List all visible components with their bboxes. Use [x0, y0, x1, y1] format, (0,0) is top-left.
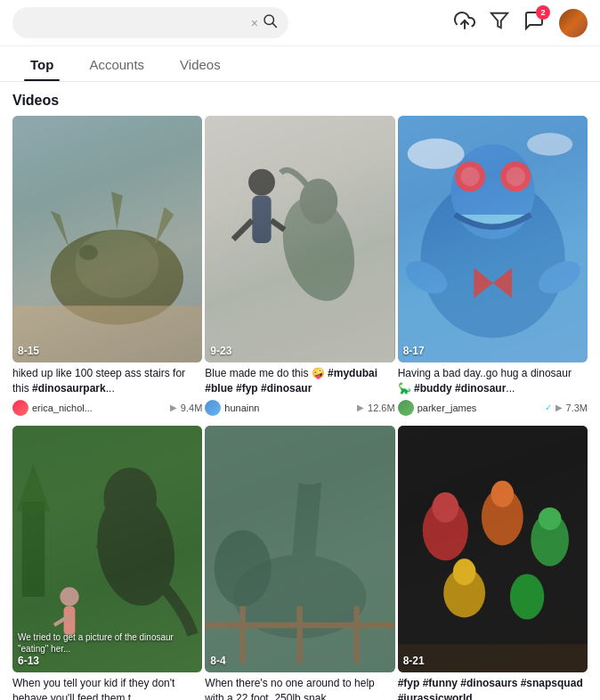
video-views-3: 7.3M: [566, 403, 588, 413]
svg-point-31: [527, 133, 572, 156]
video-thumb-2: 9-23: [205, 116, 394, 362]
video-thumb-1: 8-15: [12, 116, 202, 362]
upload-icon[interactable]: [454, 10, 475, 37]
video-info-2: Blue made me do this 🤪 #mydubai #blue #f…: [205, 362, 394, 423]
video-thumbnail-3: [398, 116, 588, 362]
video-thumb-5: 8-4: [205, 426, 394, 672]
svg-point-56: [539, 508, 562, 531]
video-duration-1: 8-15: [18, 345, 39, 357]
video-avatar-1: [12, 400, 28, 416]
svg-point-23: [460, 167, 479, 186]
clear-icon[interactable]: ×: [251, 16, 258, 30]
svg-marker-3: [491, 12, 507, 28]
svg-point-52: [432, 492, 458, 523]
video-item-3[interactable]: 8-17 Having a bad day..go hug a dinosaur…: [398, 116, 588, 423]
video-thumbnail-5: [205, 426, 394, 672]
video-meta-1: erica_nichol... ▶ 9.4M: [12, 400, 202, 416]
video-caption-3: Having a bad day..go hug a dinosaur 🦕 #b…: [398, 366, 588, 396]
tab-videos[interactable]: Videos: [162, 46, 239, 81]
messages-icon[interactable]: 2: [523, 10, 545, 37]
video-duration-3: 8-17: [403, 345, 425, 357]
search-bar[interactable]: #dinosaur ×: [12, 7, 288, 38]
video-thumb-3: 8-17: [398, 116, 588, 362]
svg-point-30: [407, 139, 464, 169]
video-avatar-2: [205, 400, 221, 416]
svg-point-6: [75, 230, 158, 298]
avatar[interactable]: [559, 9, 588, 37]
video-duration-2: 9-23: [210, 345, 231, 357]
video-thumbnail-6: [398, 426, 588, 672]
video-username-1: erica_nichol...: [32, 403, 166, 413]
play-icon-2: ▶: [357, 403, 364, 412]
video-views-2: 12.6M: [368, 403, 395, 413]
svg-point-34: [103, 468, 157, 528]
play-icon-1: ▶: [170, 403, 177, 412]
svg-point-44: [287, 451, 332, 484]
svg-point-59: [510, 574, 544, 619]
svg-point-10: [79, 245, 98, 260]
tab-top[interactable]: Top: [12, 46, 71, 81]
video-duration-4: 6-13: [18, 655, 39, 667]
video-item-4[interactable]: We tried to get a picture of the dinosau…: [12, 426, 202, 700]
svg-line-1: [272, 23, 276, 27]
video-caption-2: Blue made me do this 🤪 #mydubai #blue #f…: [205, 366, 394, 396]
videos-grid: 8-15 hiked up like 100 steep ass stairs …: [0, 116, 600, 700]
video-meta-2: hunainn ▶ 12.6M: [205, 400, 394, 416]
video-info-5: When there's no one around to help with …: [205, 672, 394, 700]
svg-point-49: [215, 530, 272, 606]
svg-point-54: [491, 481, 514, 508]
search-input[interactable]: #dinosaur: [23, 15, 251, 30]
video-caption-overlay-4: We tried to get a picture of the dinosau…: [18, 631, 197, 655]
play-icon-3: ▶: [555, 403, 563, 412]
svg-point-15: [248, 169, 275, 196]
section-title: Videos: [0, 82, 600, 116]
video-item-1[interactable]: 8-15 hiked up like 100 steep ass stairs …: [12, 116, 202, 423]
svg-rect-60: [398, 644, 588, 672]
video-thumbnail-1: [12, 116, 202, 362]
search-icon[interactable]: [262, 12, 278, 33]
video-item-2[interactable]: 9-23 Blue made me do this 🤪 #mydubai #bl…: [205, 116, 394, 423]
video-duration-6: 8-21: [403, 655, 425, 667]
svg-point-58: [453, 558, 476, 585]
svg-rect-11: [12, 305, 202, 362]
video-duration-5: 8-4: [210, 655, 225, 667]
video-info-3: Having a bad day..go hug a dinosaur 🦕 #b…: [398, 362, 588, 423]
svg-rect-36: [22, 501, 45, 597]
video-info-1: hiked up like 100 steep ass stairs for t…: [12, 362, 202, 423]
video-item-5[interactable]: 8-4 When there's no one around to help w…: [205, 426, 394, 700]
tabs: Top Accounts Videos: [0, 46, 600, 82]
video-caption-5: When there's no one around to help with …: [205, 676, 394, 700]
video-caption-4: When you tell your kid if they don't beh…: [12, 676, 202, 700]
video-username-3: parker_james: [418, 403, 541, 413]
filter-icon[interactable]: [490, 11, 509, 36]
header: #dinosaur × 2: [0, 0, 600, 46]
video-meta-3: parker_james ✓ ▶ 7.3M: [398, 400, 588, 416]
svg-rect-16: [253, 196, 272, 243]
video-info-6: #fyp #funny #dinosaurs #snapsquad #juras…: [398, 672, 588, 700]
svg-point-25: [506, 167, 524, 186]
video-caption-6: #fyp #funny #dinosaurs #snapsquad #juras…: [398, 676, 588, 700]
tab-accounts[interactable]: Accounts: [71, 46, 162, 81]
video-username-2: hunainn: [224, 403, 353, 413]
video-views-1: 9.4M: [181, 403, 202, 413]
video-thumb-6: 8-21: [398, 426, 588, 672]
video-caption-1: hiked up like 100 steep ass stairs for t…: [12, 366, 202, 396]
video-item-6[interactable]: 8-21 #fyp #funny #dinosaurs #snapsquad #…: [398, 426, 588, 700]
video-avatar-3: [398, 400, 414, 416]
header-icons: 2: [454, 9, 588, 37]
video-thumbnail-2: [205, 116, 394, 362]
verified-icon-3: ✓: [545, 403, 552, 412]
notification-badge: 2: [536, 5, 550, 20]
video-info-4: When you tell your kid if they don't beh…: [12, 672, 202, 700]
svg-point-38: [60, 587, 78, 606]
svg-rect-39: [64, 606, 76, 635]
video-thumb-4: We tried to get a picture of the dinosau…: [12, 426, 202, 672]
